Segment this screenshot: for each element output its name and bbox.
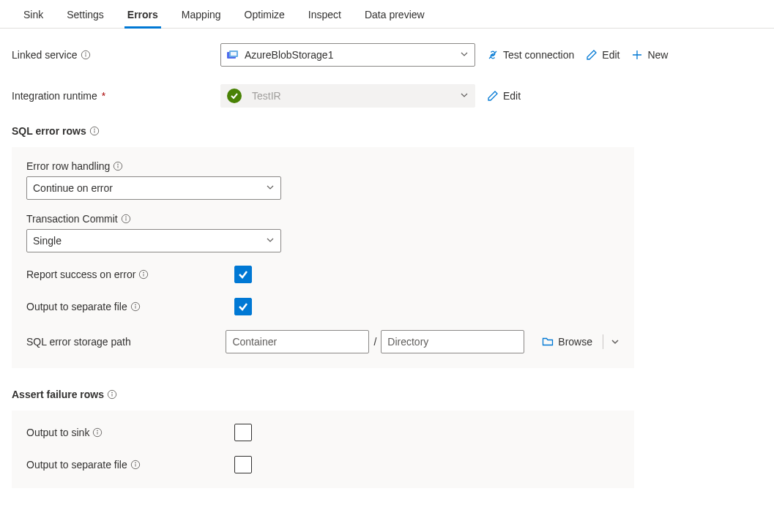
error-row-handling-value: Continue on error xyxy=(33,182,266,194)
edit-linked-service-button[interactable]: Edit xyxy=(586,49,619,61)
svg-rect-5 xyxy=(231,52,237,56)
chevron-down-icon xyxy=(266,235,275,247)
error-row-handling-select[interactable]: Continue on error xyxy=(26,176,281,200)
report-success-checkbox[interactable] xyxy=(234,266,252,283)
info-icon[interactable] xyxy=(107,389,117,400)
integration-runtime-select[interactable]: TestIR xyxy=(220,84,475,108)
storage-path-label: SQL error storage path xyxy=(26,336,131,348)
info-icon[interactable] xyxy=(138,269,149,280)
assert-failure-rows-panel: Output to sink Output to separate file xyxy=(12,411,634,488)
test-connection-button[interactable]: Test connection xyxy=(487,49,574,61)
output-separate-file-label: Output to separate file xyxy=(26,301,127,312)
tab-optimize[interactable]: Optimize xyxy=(233,0,297,28)
transaction-commit-label: Transaction Commit xyxy=(26,213,118,225)
assert-failure-rows-heading: Assert failure rows xyxy=(12,389,762,400)
linked-service-label: Linked service xyxy=(12,49,78,61)
output-to-sink-label: Output to sink xyxy=(26,427,89,438)
test-connection-label: Test connection xyxy=(503,49,574,61)
divider xyxy=(603,334,603,349)
chevron-down-icon xyxy=(460,49,469,61)
test-connection-icon xyxy=(487,49,499,61)
svg-point-11 xyxy=(118,164,119,165)
info-icon[interactable] xyxy=(130,460,141,470)
directory-input[interactable]: Directory xyxy=(381,330,524,353)
chevron-down-icon xyxy=(460,90,469,102)
browse-button[interactable]: Browse xyxy=(542,336,592,348)
container-input[interactable]: Container xyxy=(226,330,369,353)
info-icon[interactable] xyxy=(89,126,100,136)
edit-integration-runtime-button[interactable]: Edit xyxy=(487,90,521,102)
required-star: * xyxy=(102,90,105,102)
svg-point-17 xyxy=(144,272,144,273)
pencil-icon xyxy=(586,49,598,61)
output-separate-file-checkbox[interactable] xyxy=(234,298,252,315)
tab-sink[interactable]: Sink xyxy=(12,0,55,28)
edit-label: Edit xyxy=(503,90,521,102)
path-separator: / xyxy=(373,336,376,348)
tab-inspect[interactable]: Inspect xyxy=(297,0,353,28)
integration-runtime-label: Integration runtime xyxy=(12,90,97,102)
svg-point-8 xyxy=(94,129,94,130)
tab-mapping[interactable]: Mapping xyxy=(170,0,233,28)
sql-error-rows-heading: SQL error rows xyxy=(12,125,762,137)
blob-storage-icon xyxy=(227,50,239,59)
sql-error-rows-panel: Error row handling Continue on error Tra… xyxy=(12,147,634,368)
report-success-label: Report success on error xyxy=(26,269,135,280)
browse-label: Browse xyxy=(558,336,592,348)
svg-point-2 xyxy=(85,53,86,53)
edit-label: Edit xyxy=(602,49,619,61)
new-linked-service-button[interactable]: New xyxy=(631,49,668,61)
transaction-commit-value: Single xyxy=(33,235,266,247)
info-icon[interactable] xyxy=(121,214,131,224)
status-ok-icon xyxy=(227,89,242,103)
folder-icon xyxy=(542,336,554,348)
pencil-icon xyxy=(487,90,499,102)
tab-data-preview[interactable]: Data preview xyxy=(353,0,436,28)
transaction-commit-select[interactable]: Single xyxy=(26,229,281,252)
container-placeholder: Container xyxy=(232,336,277,348)
integration-runtime-value: TestIR xyxy=(252,90,454,102)
chevron-down-icon xyxy=(266,182,275,194)
tab-bar: Sink Settings Errors Mapping Optimize In… xyxy=(0,0,774,29)
info-icon[interactable] xyxy=(92,427,103,438)
new-label: New xyxy=(647,49,668,61)
svg-point-26 xyxy=(97,430,98,431)
tab-settings[interactable]: Settings xyxy=(55,0,116,28)
output-to-sink-checkbox[interactable] xyxy=(234,424,252,441)
info-icon[interactable] xyxy=(81,50,91,60)
assert-output-separate-file-checkbox[interactable] xyxy=(234,456,252,473)
svg-point-20 xyxy=(135,304,135,305)
assert-output-separate-file-label: Output to separate file xyxy=(26,459,127,471)
info-icon[interactable] xyxy=(130,301,141,312)
info-icon[interactable] xyxy=(113,161,123,171)
svg-point-23 xyxy=(112,392,113,393)
directory-placeholder: Directory xyxy=(387,336,428,348)
linked-service-select[interactable]: AzureBlobStorage1 xyxy=(220,43,475,67)
svg-point-14 xyxy=(125,217,126,217)
tab-errors[interactable]: Errors xyxy=(116,0,170,28)
browse-dropdown-button[interactable] xyxy=(611,337,619,346)
linked-service-value: AzureBlobStorage1 xyxy=(245,49,454,61)
svg-point-29 xyxy=(135,462,135,463)
error-row-handling-label: Error row handling xyxy=(26,160,110,172)
plus-icon xyxy=(631,49,643,61)
